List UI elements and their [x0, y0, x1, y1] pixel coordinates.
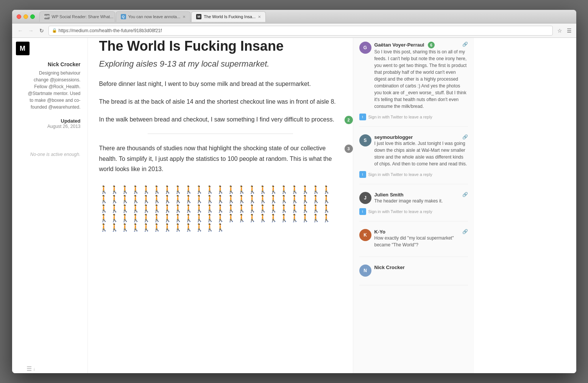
- comment-4: 🔗 K K-Yo How exactly did "my local super…: [359, 229, 468, 257]
- twitter-icon-3: t: [359, 208, 366, 215]
- tab-close-2[interactable]: ✕: [182, 15, 186, 19]
- commenter-5-avatar: N: [359, 265, 371, 277]
- person-icon: 🚶: [131, 214, 140, 222]
- person-icon: 🚶: [195, 223, 204, 232]
- person-icon: 🚶: [205, 204, 215, 213]
- comment-5-header: N Nick Crocker: [359, 265, 468, 277]
- list-icon[interactable]: ☰: [27, 365, 32, 372]
- paragraph-3-wrapper: In the walk between bread and checkout, …: [99, 114, 342, 125]
- person-icon: 🚶: [120, 223, 130, 232]
- comment-5: N Nick Crocker: [359, 265, 468, 285]
- tab-wp-social[interactable]: WP WP Social Reader: Share What... ✕: [39, 11, 115, 22]
- person-icon: 🚶: [216, 223, 225, 232]
- tab-close-3[interactable]: ✕: [258, 15, 261, 19]
- commenter-4-name: K-Yo: [374, 229, 468, 235]
- note-badge-3[interactable]: 2: [345, 116, 353, 124]
- comment-link-icon-1[interactable]: 🔗: [462, 42, 468, 47]
- person-icon: 🚶: [173, 214, 183, 222]
- article-subtitle: Exploring aisles 9-13 at my local superm…: [99, 59, 342, 70]
- list-sub-icon[interactable]: ↓: [33, 366, 35, 372]
- person-icon: 🚶: [226, 185, 236, 194]
- bookmark-icon[interactable]: ☆: [557, 28, 562, 34]
- paragraph-4-wrapper: There are thousands of studies now that …: [99, 143, 342, 174]
- person-icon: 🚶: [142, 185, 151, 194]
- tab-medium-article[interactable]: M The World Is Fucking Insa... ✕: [191, 11, 266, 22]
- person-icon: 🚶: [110, 185, 119, 194]
- person-icon: 🚶: [173, 195, 183, 203]
- person-icon: 🚶: [279, 204, 289, 213]
- tab-label-1: WP Social Reader: Share What...: [52, 14, 114, 19]
- person-icon: 🚶: [237, 185, 246, 194]
- comment-3-reply: t Sign in with Twitter to leave a reply: [359, 208, 468, 215]
- article-title: The World Is Fucking Insane: [99, 38, 342, 54]
- person-icon: 🚶: [269, 214, 278, 222]
- back-button[interactable]: ←: [17, 27, 24, 34]
- person-icon: 🚶: [152, 195, 162, 203]
- person-icon: 🚶: [301, 185, 310, 194]
- person-icon: 🚶: [99, 223, 109, 232]
- infographic: 🚶🚶🚶🚶🚶🚶🚶🚶🚶🚶🚶🚶🚶🚶🚶🚶🚶🚶🚶🚶🚶🚶🚶🚶🚶🚶🚶🚶🚶🚶🚶🚶🚶🚶🚶🚶🚶🚶🚶🚶…: [99, 182, 342, 235]
- person-icon: 🚶: [99, 204, 109, 213]
- person-icon: 🚶: [152, 185, 162, 194]
- person-icon: 🚶: [301, 195, 310, 203]
- article-paragraph-4: There are thousands of studies now that …: [99, 143, 342, 174]
- person-icon: 🚶: [279, 214, 289, 222]
- maximize-button[interactable]: [30, 14, 35, 19]
- url-bar[interactable]: 🔒 https://medium.com/health-the-future/9…: [48, 26, 553, 36]
- tab-annotations[interactable]: Q You can now leave annota... ✕: [116, 11, 191, 22]
- person-icon: 🚶: [216, 204, 225, 213]
- reload-button[interactable]: ↻: [38, 27, 45, 34]
- commenter-3-avatar: J: [359, 192, 371, 204]
- commenter-5-name: Nick Crocker: [374, 265, 405, 270]
- note-badge-4[interactable]: 3: [345, 145, 353, 153]
- person-icon: 🚶: [184, 204, 193, 213]
- person-icon: 🚶: [279, 185, 289, 194]
- reply-text-3[interactable]: Sign in with Twitter to leave a reply: [368, 209, 432, 214]
- person-icon: 🚶: [269, 185, 278, 194]
- person-icon: 🚶: [120, 214, 130, 222]
- person-icon: 🚶: [290, 195, 299, 203]
- author-bio-line1: Designing behaviour: [39, 70, 80, 76]
- twitter-icon-1: t: [359, 114, 366, 120]
- person-icon: 🚶: [322, 204, 331, 213]
- person-icon: 🚶: [163, 214, 172, 222]
- author-bio-line5: to make @boxee and co-: [30, 98, 80, 103]
- person-icon: 🚶: [142, 214, 151, 222]
- person-icon: 🚶: [216, 195, 225, 203]
- person-icon: 🚶: [173, 185, 183, 194]
- updated-date: August 26, 2013: [16, 124, 84, 129]
- title-bar: WP WP Social Reader: Share What... ✕ Q Y…: [12, 10, 576, 23]
- person-icon: 🚶: [131, 223, 140, 232]
- person-icon: 🚶: [205, 195, 215, 203]
- person-icon: 🚶: [142, 204, 151, 213]
- close-button[interactable]: [17, 14, 21, 19]
- paragraph-2-wrapper: The bread is at the back of aisle 14 and…: [99, 97, 342, 107]
- author-bio-line4: @Startmate mentor. Used: [28, 91, 81, 96]
- person-icon: 🚶: [163, 195, 172, 203]
- comment-3-header: J Julien Smith The header image really m…: [359, 192, 468, 204]
- person-icon: 🚶: [120, 195, 130, 203]
- main-article: The World Is Fucking Insane Exploring ai…: [88, 38, 353, 373]
- commenter-2-name: seymourblogger: [374, 134, 468, 140]
- comment-link-icon-4[interactable]: 🔗: [462, 229, 468, 234]
- person-icon: 🚶: [258, 185, 268, 194]
- comment-link-icon-2[interactable]: 🔗: [462, 134, 468, 140]
- menu-icon[interactable]: ☰: [567, 28, 572, 34]
- author-bio-line6: founded @wearehunted.: [31, 104, 81, 110]
- minimize-button[interactable]: [23, 14, 28, 19]
- person-icon: 🚶: [322, 195, 331, 203]
- right-sidebar: 🔗 G Gaëtan Voyer-Perraul 6 So I love thi…: [353, 38, 474, 373]
- person-icon: 🚶: [131, 195, 140, 203]
- comment-link-icon-3[interactable]: 🔗: [462, 192, 468, 197]
- commenter-3-name: Julien Smith: [374, 192, 443, 198]
- person-icon: 🚶: [195, 185, 204, 194]
- person-icon: 🚶: [110, 223, 119, 232]
- forward-button[interactable]: →: [27, 27, 35, 34]
- comment-2: 🔗 S seymourblogger I just love this arti…: [359, 134, 468, 184]
- comment-1: 🔗 G Gaëtan Voyer-Perraul 6 So I love thi…: [359, 42, 468, 127]
- person-icon: 🚶: [205, 185, 215, 194]
- medium-logo[interactable]: M: [16, 42, 30, 55]
- reply-text-1[interactable]: Sign in with Twitter to leave a reply: [368, 115, 432, 119]
- person-icon: 🚶: [322, 214, 331, 222]
- reply-text-2[interactable]: Sign in with Twitter to leave a reply: [368, 172, 432, 177]
